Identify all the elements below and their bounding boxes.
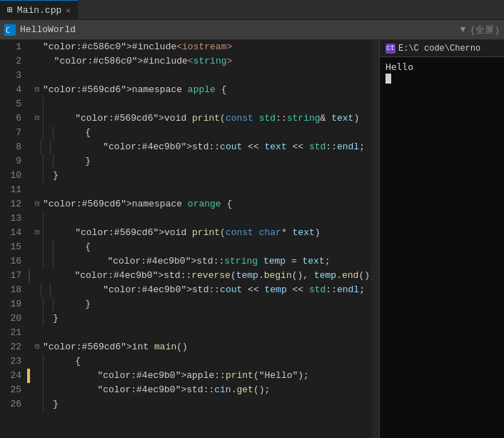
fold-marker-22[interactable]: ⊟ bbox=[33, 340, 41, 354]
code-line-15: { bbox=[27, 240, 365, 254]
line-number-5: 5 bbox=[9, 97, 21, 111]
code-line-1: "color:#c586c0">#include<iostream> bbox=[27, 40, 365, 54]
indent-guide bbox=[43, 312, 53, 326]
code-line-18: "color:#4ec9b0">std::cout << temp << std… bbox=[27, 283, 365, 297]
indent-guide bbox=[41, 140, 49, 154]
code-line-19: } bbox=[27, 297, 365, 312]
line-number-1: 1 bbox=[9, 40, 21, 54]
code-line-25: "color:#4ec9b0">std::cin.get(); bbox=[27, 383, 365, 397]
code-area[interactable]: "color:#c586c0">#include<iostream> "colo… bbox=[27, 40, 372, 438]
line-number-9: 9 bbox=[9, 154, 21, 169]
code-content-25: "color:#4ec9b0">std::cin.get(); bbox=[53, 383, 270, 397]
indent-guide bbox=[43, 211, 53, 226]
scrollbar-vertical[interactable] bbox=[372, 40, 379, 438]
code-line-16: "color:#4ec9b0">std::string temp = text; bbox=[27, 254, 365, 269]
code-line-24: "color:#4ec9b0">apple::print("Hello"); bbox=[27, 369, 365, 383]
terminal-cursor bbox=[385, 74, 391, 84]
code-content-15: { bbox=[63, 240, 91, 254]
terminal-icon-label: ct bbox=[386, 44, 395, 52]
indent-guide bbox=[43, 240, 53, 254]
indent-guide bbox=[50, 283, 59, 297]
indent-guide bbox=[43, 126, 53, 140]
indent-guide bbox=[43, 97, 53, 111]
line-number-25: 25 bbox=[9, 383, 21, 397]
terminal-path: E:\C code\Cherno bbox=[398, 44, 480, 54]
indent-guide bbox=[43, 297, 53, 312]
code-content-9: } bbox=[63, 154, 91, 169]
line-number-13: 13 bbox=[9, 211, 21, 226]
code-content-19: } bbox=[63, 297, 91, 312]
line-number-2: 2 bbox=[9, 54, 21, 69]
indent-guide bbox=[50, 140, 59, 154]
tab-bar: ⊞ Main.cpp ✕ bbox=[0, 0, 504, 20]
terminal-panel: ct E:\C code\Cherno Hello bbox=[379, 40, 504, 438]
code-line-6: ⊟ "color:#569cd6">void print(const std::… bbox=[27, 111, 365, 126]
code-content-6: "color:#569cd6">void print(const std::st… bbox=[53, 111, 359, 126]
code-editor: 1234567891011121314151617181920212223242… bbox=[0, 40, 379, 438]
code-container: 1234567891011121314151617181920212223242… bbox=[0, 40, 379, 438]
line-number-24: 24 bbox=[9, 369, 21, 383]
terminal-bar: ct E:\C code\Cherno bbox=[380, 40, 504, 57]
code-line-7: { bbox=[27, 126, 365, 140]
code-line-10: } bbox=[27, 169, 365, 183]
code-content-17: "color:#4ec9b0">std::reverse(temp.begin(… bbox=[30, 269, 372, 283]
line-number-8: 8 bbox=[9, 140, 21, 154]
line-number-12: 12 bbox=[9, 197, 21, 211]
indent-guide bbox=[53, 297, 63, 312]
indent-guide bbox=[43, 169, 53, 183]
indent-guide bbox=[41, 283, 49, 297]
code-line-5 bbox=[27, 97, 365, 111]
code-content-18: "color:#4ec9b0">std::cout << temp << std… bbox=[59, 283, 365, 297]
toolbar: C HelloWorld ▼ (全屏) bbox=[0, 20, 504, 40]
project-icon: C bbox=[4, 24, 16, 36]
code-line-4: ⊟"color:#569cd6">namespace apple { bbox=[27, 83, 365, 97]
tab-main-cpp[interactable]: ⊞ Main.cpp ✕ bbox=[0, 0, 78, 19]
line-number-4: 4 bbox=[9, 83, 21, 97]
indent-guide bbox=[43, 111, 53, 126]
terminal-output-line1: Hello bbox=[385, 61, 498, 72]
terminal-cursor-line bbox=[385, 72, 498, 84]
dropdown-arrow[interactable]: ▼ bbox=[460, 24, 466, 35]
code-line-13 bbox=[27, 211, 365, 226]
tab-filename: Main.cpp bbox=[17, 5, 61, 16]
fold-marker-14[interactable]: ⊟ bbox=[33, 226, 41, 240]
fold-marker-6[interactable]: ⊟ bbox=[33, 111, 41, 126]
fullscreen-label[interactable]: (全屏) bbox=[470, 24, 500, 36]
line-number-20: 20 bbox=[9, 312, 21, 326]
fold-marker-4[interactable]: ⊟ bbox=[33, 83, 41, 97]
code-line-22: ⊟"color:#569cd6">int main() bbox=[27, 340, 365, 354]
code-line-3 bbox=[27, 69, 365, 83]
gutter-marker bbox=[27, 369, 30, 383]
line-number-14: 14 bbox=[9, 226, 21, 240]
indent-guide bbox=[43, 397, 53, 412]
code-content-22: "color:#569cd6">int main() bbox=[43, 340, 188, 354]
code-content-2: "color:#c586c0">#include<string> bbox=[43, 54, 232, 69]
code-line-17: "color:#4ec9b0">std::reverse(temp.begin(… bbox=[27, 269, 365, 283]
tab-pin-icon: ⊞ bbox=[7, 4, 13, 16]
code-line-12: ⊟"color:#569cd6">namespace orange { bbox=[27, 197, 365, 211]
indent-guide bbox=[43, 254, 53, 269]
line-number-16: 16 bbox=[9, 254, 21, 269]
line-number-10: 10 bbox=[9, 169, 21, 183]
svg-text:C: C bbox=[6, 26, 10, 34]
line-number-6: 6 bbox=[9, 111, 21, 126]
line-number-26: 26 bbox=[9, 397, 21, 412]
line-number-3: 3 bbox=[9, 69, 21, 83]
indent-guide bbox=[53, 240, 63, 254]
fold-marker-12[interactable]: ⊟ bbox=[33, 197, 41, 211]
code-line-23: { bbox=[27, 354, 365, 369]
code-content-20: } bbox=[53, 312, 59, 326]
terminal-icon: ct bbox=[385, 44, 395, 54]
indent-guide bbox=[43, 383, 53, 397]
tab-close-button[interactable]: ✕ bbox=[66, 6, 71, 15]
line-number-19: 19 bbox=[9, 297, 21, 312]
code-content-23: { bbox=[53, 354, 81, 369]
code-content-12: "color:#569cd6">namespace orange { bbox=[43, 197, 232, 211]
code-content-14: "color:#569cd6">void print(const char* t… bbox=[53, 226, 321, 240]
code-content-1: "color:#c586c0">#include<iostream> bbox=[43, 40, 232, 54]
code-content-16: "color:#4ec9b0">std::string temp = text; bbox=[63, 254, 331, 269]
code-line-26: } bbox=[27, 397, 365, 412]
indent-guide bbox=[43, 354, 53, 369]
line-number-17: 17 bbox=[9, 269, 21, 283]
terminal-content[interactable]: Hello bbox=[380, 57, 504, 438]
